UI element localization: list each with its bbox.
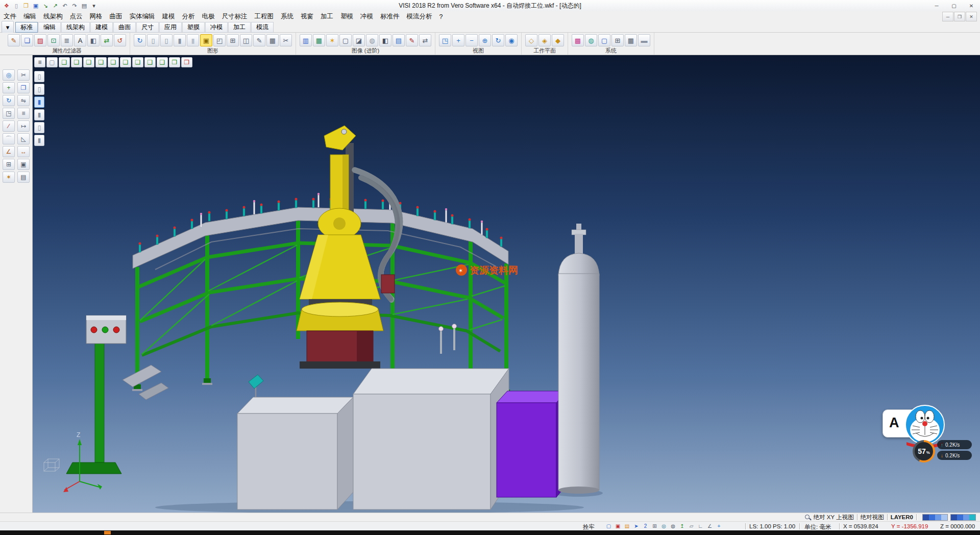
- equipment-box-center[interactable]: [353, 369, 509, 509]
- arrow-snap-icon[interactable]: ↥: [678, 522, 687, 530]
- mdi-minimize-button[interactable]: ─: [942, 12, 953, 21]
- workplane-3points-icon[interactable]: ◆: [552, 34, 564, 46]
- view-back-icon[interactable]: ❏: [120, 57, 131, 67]
- menu-item-1[interactable]: 文件: [0, 12, 20, 21]
- render-settings-icon[interactable]: ▥: [300, 34, 312, 46]
- background-icon[interactable]: ▤: [393, 34, 405, 46]
- polar-icon[interactable]: ∠: [705, 522, 714, 530]
- layer-color-swatch[interactable]: [935, 515, 941, 520]
- shadow-icon[interactable]: ◧: [379, 34, 391, 46]
- fillet-icon[interactable]: ⌒: [3, 133, 15, 144]
- view-trimetric-icon[interactable]: ❑: [157, 57, 168, 67]
- lighting-icon[interactable]: ✶: [326, 34, 338, 46]
- dimension-icon[interactable]: ↔: [17, 146, 30, 157]
- view-normal-icon[interactable]: ❒: [181, 57, 192, 67]
- menu-item-11[interactable]: 尺寸标注: [218, 12, 251, 21]
- pan-view-icon[interactable]: ⊕: [479, 34, 491, 46]
- menu-item-7[interactable]: 实体编辑: [126, 12, 159, 21]
- view-plane-icon[interactable]: ▢: [46, 57, 58, 67]
- layer-color-swatch[interactable]: [951, 515, 957, 520]
- menu-item-14[interactable]: 视窗: [297, 12, 317, 21]
- zoom-in-icon[interactable]: +: [452, 34, 464, 46]
- display-settings-icon[interactable]: ▢: [598, 34, 610, 46]
- swap-filter-icon[interactable]: ⇄: [101, 34, 113, 46]
- edit-graphics-icon[interactable]: ✎: [253, 34, 265, 46]
- copy-icon[interactable]: ❐: [17, 82, 30, 93]
- cut-icon[interactable]: ✂: [17, 69, 30, 81]
- open-file-icon[interactable]: ❒: [21, 2, 31, 10]
- visi-logo[interactable]: ❖: [2, 2, 11, 10]
- shade-ghost-icon[interactable]: ▯: [34, 122, 44, 133]
- workspace-icon[interactable]: ▬: [638, 34, 650, 46]
- mirror-icon[interactable]: ⇋: [17, 95, 30, 106]
- refresh-graphics-icon[interactable]: ↻: [134, 34, 146, 46]
- menu-item-17[interactable]: 冲模: [357, 12, 377, 21]
- workplane-by-view-icon[interactable]: ◈: [538, 34, 551, 46]
- viewport-toggle-icon[interactable]: ▢: [604, 522, 613, 530]
- layer-color-swatch[interactable]: [957, 515, 963, 520]
- net-speed-widget[interactable]: A ⚒ 57%: [880, 402, 977, 464]
- view-top-icon[interactable]: ❏: [71, 57, 82, 67]
- filter-list-icon[interactable]: ≣: [61, 34, 73, 46]
- reset-filter-icon[interactable]: ↺: [114, 34, 126, 46]
- view-front-icon[interactable]: ❏: [83, 57, 94, 67]
- maximize-button[interactable]: ▢: [945, 1, 963, 11]
- layer-chain-icon[interactable]: ⊡: [47, 34, 60, 46]
- hidden-line-cylinder-icon[interactable]: ▯: [160, 34, 173, 46]
- tab-4[interactable]: 建模: [90, 22, 113, 33]
- group-icon[interactable]: ▣: [17, 159, 30, 170]
- menu-item-10[interactable]: 电极: [199, 12, 218, 21]
- globe-settings-icon[interactable]: ◍: [585, 34, 597, 46]
- camera-view-icon[interactable]: ▢: [339, 34, 352, 46]
- grid-settings-icon[interactable]: ⊞: [611, 34, 624, 46]
- zoom-select-icon[interactable]: ◎: [3, 69, 15, 81]
- measure-icon[interactable]: ∠: [3, 146, 15, 157]
- chamfer-icon[interactable]: ◺: [17, 133, 30, 144]
- lock-toggle[interactable]: 拴牢: [583, 523, 595, 531]
- plane-snap-icon[interactable]: ▱: [687, 522, 696, 530]
- purple-cabinet[interactable]: [497, 391, 567, 497]
- layer-color-swatch[interactable]: [963, 515, 969, 520]
- undo-icon[interactable]: ↶: [60, 2, 69, 10]
- dual-box-icon[interactable]: ◫: [240, 34, 252, 46]
- menu-item-8[interactable]: 建模: [159, 12, 179, 21]
- grid-display-icon[interactable]: ▦: [266, 34, 279, 46]
- view-dimetric-icon[interactable]: ❑: [144, 57, 156, 67]
- close-button[interactable]: ✕: [963, 1, 980, 11]
- shade-analysis-icon[interactable]: ▮: [34, 135, 44, 146]
- texture-icon[interactable]: ▦: [313, 34, 325, 46]
- dynamic-view-icon[interactable]: ◉: [505, 34, 518, 46]
- menu-item-5[interactable]: 网格: [86, 12, 106, 21]
- zoom-fit-icon[interactable]: ◳: [439, 34, 451, 46]
- menu-item-9[interactable]: 分析: [179, 12, 199, 21]
- view-reference-indicator[interactable]: 绝对视图: [861, 514, 884, 521]
- menu-item-16[interactable]: 塑模: [337, 12, 357, 21]
- properties-icon[interactable]: ▤: [17, 172, 30, 183]
- extend-icon[interactable]: ↦: [17, 120, 30, 132]
- compare-views-icon[interactable]: ⇄: [419, 34, 431, 46]
- layer-color-swatch[interactable]: [941, 515, 947, 520]
- view-menu-icon[interactable]: ≡: [34, 57, 45, 67]
- annotate-image-icon[interactable]: ✎: [406, 34, 418, 46]
- shade-shaded-edges-icon[interactable]: ▮: [34, 109, 44, 120]
- rotate-icon[interactable]: ↻: [3, 95, 15, 106]
- tab-2[interactable]: 编辑: [38, 22, 61, 33]
- color-filter-icon[interactable]: ▨: [34, 34, 46, 46]
- view-bottom-icon[interactable]: ❏: [132, 57, 143, 67]
- scale-indicator[interactable]: LS: 1.00 PS: 1.00: [749, 523, 795, 529]
- viewport-3d[interactable]: Z ✶ 资源资料网 ≡▢❑❏❏❏❏❏❏❑❑❒❒ ▯▯▮▮▯▮ A ⚒: [33, 55, 980, 513]
- selection-filter-icon[interactable]: ▣: [614, 522, 622, 530]
- midpoint-snap-icon[interactable]: ◍: [669, 522, 677, 530]
- move-icon[interactable]: +: [3, 82, 15, 93]
- edit-attributes-icon[interactable]: ✎: [8, 34, 20, 46]
- material-icon[interactable]: ▤: [623, 522, 631, 530]
- import-icon[interactable]: ↘: [41, 2, 50, 10]
- tab-1[interactable]: 标准: [15, 22, 38, 33]
- tab-7[interactable]: 应用: [159, 22, 182, 33]
- endpoint-snap-icon[interactable]: ◎: [659, 522, 668, 530]
- zoom-out-icon[interactable]: −: [465, 34, 478, 46]
- menu-item-18[interactable]: 标准件: [377, 12, 403, 21]
- color-palette-icon[interactable]: ▩: [572, 34, 584, 46]
- menu-item-20[interactable]: ?: [436, 13, 447, 20]
- shade-wireframe-icon[interactable]: ▯: [34, 71, 44, 82]
